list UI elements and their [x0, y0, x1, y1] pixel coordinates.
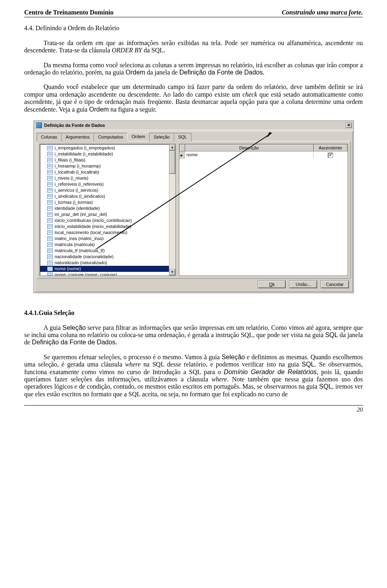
list-item[interactable]: nome_conjuge (nome_conjuge): [40, 272, 169, 275]
grid-cell-descricao[interactable]: nome: [185, 151, 314, 159]
list-item[interactable]: ini_praz_det (ini_praz_det): [40, 211, 169, 217]
tab-computados[interactable]: Computados: [94, 133, 127, 141]
column-icon: [47, 176, 53, 180]
order-grid: Descrição Ascendente ▸ nome ✔: [179, 144, 348, 276]
tab-colunas[interactable]: Colunas: [37, 133, 62, 141]
header-left: Centro de Treinamento Domínio: [24, 9, 113, 16]
row-indicator-icon: ▸: [179, 151, 185, 159]
tab-selecao[interactable]: Seleção: [149, 133, 174, 141]
uniao-button[interactable]: União...: [289, 280, 317, 289]
list-item[interactable]: matricula_tf (matricula_tf): [40, 248, 169, 254]
column-icon: [47, 248, 53, 253]
column-icon: [47, 158, 53, 162]
tab-sql[interactable]: SQL: [174, 133, 191, 141]
paragraph: Se queremos efetuar seleções, o processo…: [24, 354, 363, 398]
list-item[interactable]: i_sindicatos (i_sindicatos): [40, 193, 169, 199]
list-item[interactable]: i_turmas (i_turmas): [40, 199, 169, 205]
list-item[interactable]: nacionalidade (nacionalidade): [40, 254, 169, 260]
paragraph: Trata-se da ordem em que as informações …: [24, 39, 363, 54]
scroll-down-button[interactable]: ▾: [169, 269, 175, 275]
section-title-1: 4.4. Definindo a Ordem do Relatório: [24, 25, 363, 32]
list-item[interactable]: i_filiais (i_filiais): [40, 157, 169, 163]
tab-strip: Colunas Argumentos Computados Ordem Sele…: [35, 131, 352, 141]
page-number: 20: [357, 406, 363, 413]
column-icon: [47, 170, 53, 174]
grid-header-ascendente: Ascendente: [314, 144, 347, 152]
tab-ordem[interactable]: Ordem: [127, 133, 150, 141]
grid-row[interactable]: ▸ nome ✔: [179, 151, 347, 159]
column-icon: [47, 188, 53, 193]
list-item[interactable]: i_horaemp (i_horaemp): [40, 163, 169, 169]
window-title: Definição da Fonte de Dados: [44, 123, 105, 128]
window-titlebar: Definição da Fonte de Dados ✕: [34, 121, 354, 130]
column-icon: [47, 146, 53, 150]
list-item[interactable]: identidade (identidade): [40, 205, 169, 211]
column-icon: [47, 224, 53, 229]
list-item[interactable]: i_empregados (i_empregados): [40, 145, 169, 151]
list-item[interactable]: i_niveis (i_niveis): [40, 175, 169, 181]
list-item[interactable]: i_refeniveis (i_refeniveis): [40, 181, 169, 187]
window-icon: [36, 122, 42, 128]
column-icon: [47, 164, 53, 168]
column-icon: [47, 267, 53, 271]
screenshot-window: Definição da Fonte de Dados ✕ Colunas Ar…: [33, 120, 354, 293]
columns-list[interactable]: i_empregados (i_empregados)i_estabilidad…: [40, 144, 176, 276]
column-icon: [47, 230, 53, 235]
ascendente-checkbox[interactable]: ✔: [328, 153, 333, 158]
list-item[interactable]: i_localtrab (i_localtrab): [40, 169, 169, 175]
tab-panel: i_empregados (i_empregados)i_estabilidad…: [37, 141, 351, 279]
column-icon: [47, 273, 53, 275]
list-item[interactable]: inicio_contribuicao (inicio_contribuicao…: [40, 217, 169, 224]
column-icon: [47, 194, 53, 199]
column-icon: [47, 261, 53, 265]
column-icon: [47, 152, 53, 156]
ok-button[interactable]: Ok: [258, 280, 286, 289]
paragraph: A guia Seleção serve para filtrar as inf…: [24, 324, 363, 346]
list-item[interactable]: i_servicos (i_servicos): [40, 187, 169, 193]
cancel-button[interactable]: Cancelar: [320, 280, 349, 289]
list-item[interactable]: inicio_estabilidade (inicio_estabilidade…: [40, 224, 169, 230]
close-button[interactable]: ✕: [345, 122, 352, 128]
column-icon: [47, 206, 53, 211]
list-item[interactable]: i_estabilidade (i_estabilidade): [40, 151, 169, 157]
column-icon: [47, 236, 53, 241]
header-right: Construindo uma marca forte.: [282, 9, 363, 16]
list-item[interactable]: nome (nome): [40, 266, 169, 272]
dialog-buttons: Ok União... Cancelar: [35, 280, 352, 292]
grid-corner: [179, 144, 185, 152]
list-item[interactable]: matricula (matricula): [40, 242, 169, 248]
section-title-2: 4.4.1.Guia Seleção: [24, 309, 363, 317]
column-icon: [47, 242, 53, 247]
column-icon: [47, 200, 53, 205]
column-icon: [47, 212, 53, 217]
paragraph: Da mesma forma como você seleciona as co…: [24, 62, 363, 77]
page-header: Centro de Treinamento Domínio Construind…: [24, 9, 363, 17]
list-item[interactable]: matric_inss (matric_inss): [40, 236, 169, 242]
scrollbar[interactable]: ▴ ▾: [169, 144, 175, 275]
list-item[interactable]: naturalizado (naturalizado): [40, 260, 169, 266]
scroll-thumb[interactable]: [169, 151, 175, 174]
page-footer: 20: [24, 405, 363, 413]
scroll-up-button[interactable]: ▴: [169, 144, 175, 151]
column-icon: [47, 255, 53, 259]
column-icon: [47, 218, 53, 223]
column-icon: [47, 182, 53, 186]
grid-header-descricao: Descrição: [185, 144, 314, 152]
list-item[interactable]: local_nascimento (local_nascimento): [40, 230, 169, 236]
tab-argumentos[interactable]: Argumentos: [61, 133, 94, 141]
paragraph: Quando você estabelece que um determinad…: [24, 83, 363, 113]
